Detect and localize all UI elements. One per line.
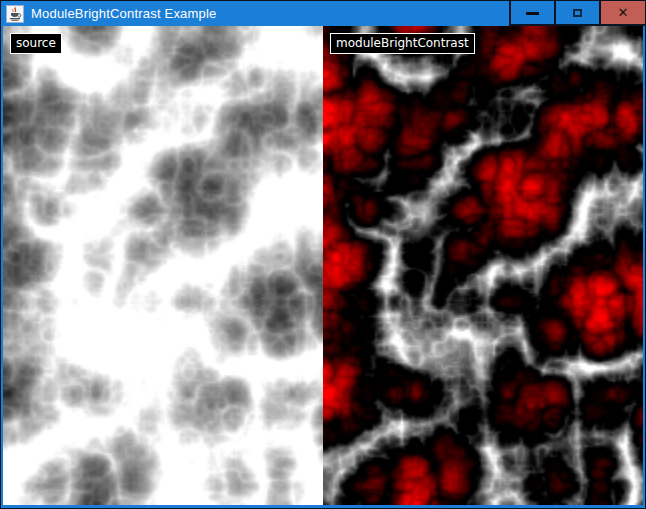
content-area: source moduleBrightContrast [3, 26, 643, 505]
maximize-button[interactable] [554, 1, 599, 26]
titlebar[interactable]: ModuleBrightContrast Example ✕ [1, 1, 645, 26]
close-icon: ✕ [618, 6, 629, 19]
minimize-button[interactable] [509, 1, 554, 26]
panel-module-bright-contrast: moduleBrightContrast [323, 26, 643, 505]
source-image [3, 26, 323, 505]
window-controls: ✕ [509, 1, 645, 26]
window-title: ModuleBrightContrast Example [31, 6, 509, 21]
module-bright-contrast-label: moduleBrightContrast [330, 33, 475, 54]
source-label: source [10, 33, 62, 54]
close-button[interactable]: ✕ [599, 1, 645, 26]
module-bright-contrast-image [323, 26, 643, 505]
minimize-icon [526, 12, 539, 15]
java-app-icon[interactable] [6, 5, 24, 23]
app-window: ModuleBrightContrast Example ✕ source mo… [0, 0, 646, 509]
panel-source: source [3, 26, 323, 505]
maximize-icon [573, 9, 582, 17]
